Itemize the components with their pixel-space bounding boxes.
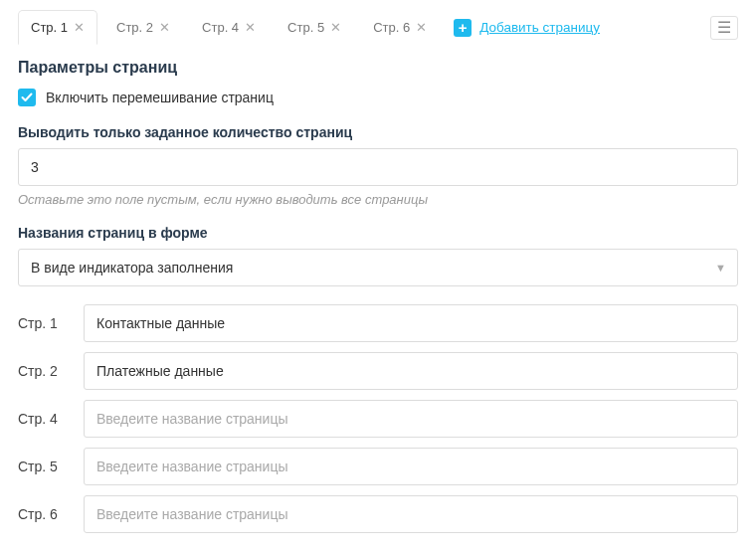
- page-name-input-1[interactable]: [84, 304, 738, 342]
- settings-icon: ☰: [717, 18, 731, 37]
- names-section-label: Названия страниц в форме: [18, 225, 738, 241]
- plus-icon: +: [454, 19, 472, 37]
- names-mode-select-wrap: ▼: [18, 249, 738, 286]
- shuffle-label: Включить перемешивание страниц: [46, 90, 274, 105]
- page-name-input-5[interactable]: [84, 448, 738, 485]
- page-name-row: Стр. 2: [18, 352, 738, 390]
- shuffle-checkbox-row: Включить перемешивание страниц: [18, 89, 738, 106]
- shuffle-checkbox[interactable]: [18, 89, 36, 106]
- page-name-input-6[interactable]: [84, 495, 738, 533]
- tab-page-1[interactable]: Стр. 1 ✕: [18, 10, 97, 45]
- limit-label: Выводить только заданное количество стра…: [18, 124, 738, 140]
- tab-page-4[interactable]: Стр. 4 ✕: [189, 10, 269, 45]
- close-icon[interactable]: ✕: [74, 21, 85, 34]
- page-name-input-2[interactable]: [84, 352, 738, 390]
- page-name-row: Стр. 6: [18, 495, 738, 533]
- tab-label: Стр. 5: [287, 20, 324, 35]
- page-name-row: Стр. 4: [18, 400, 738, 438]
- check-icon: [21, 92, 33, 103]
- tab-label: Стр. 4: [202, 20, 239, 35]
- tabs-row: Стр. 1 ✕ Стр. 2 ✕ Стр. 4 ✕ Стр. 5 ✕ Стр.…: [18, 10, 738, 45]
- close-icon[interactable]: ✕: [159, 21, 170, 34]
- page-name-row: Стр. 5: [18, 448, 738, 485]
- tab-label: Стр. 1: [31, 20, 68, 35]
- close-icon[interactable]: ✕: [330, 21, 341, 34]
- page-name-label: Стр. 1: [18, 315, 68, 331]
- page-name-label: Стр. 6: [18, 506, 68, 522]
- tab-page-6[interactable]: Стр. 6 ✕: [360, 10, 440, 45]
- tab-page-2[interactable]: Стр. 2 ✕: [103, 10, 183, 45]
- page-name-label: Стр. 4: [18, 411, 68, 427]
- page-name-input-4[interactable]: [84, 400, 738, 438]
- names-mode-select[interactable]: [18, 249, 738, 286]
- section-title: Параметры страниц: [18, 59, 738, 77]
- limit-input[interactable]: [18, 148, 738, 186]
- tab-page-5[interactable]: Стр. 5 ✕: [275, 10, 354, 45]
- page-name-row: Стр. 1: [18, 304, 738, 342]
- page-name-label: Стр. 5: [18, 459, 68, 474]
- add-page-label: Добавить страницу: [479, 20, 600, 36]
- page-name-label: Стр. 2: [18, 363, 68, 379]
- tab-label: Стр. 6: [373, 20, 410, 35]
- tab-label: Стр. 2: [116, 20, 153, 35]
- close-icon[interactable]: ✕: [245, 21, 256, 34]
- add-page-button[interactable]: + Добавить страницу: [454, 19, 600, 37]
- settings-menu-button[interactable]: ☰: [710, 16, 738, 40]
- close-icon[interactable]: ✕: [416, 21, 427, 34]
- limit-hint: Оставьте это поле пустым, если нужно выв…: [18, 192, 738, 207]
